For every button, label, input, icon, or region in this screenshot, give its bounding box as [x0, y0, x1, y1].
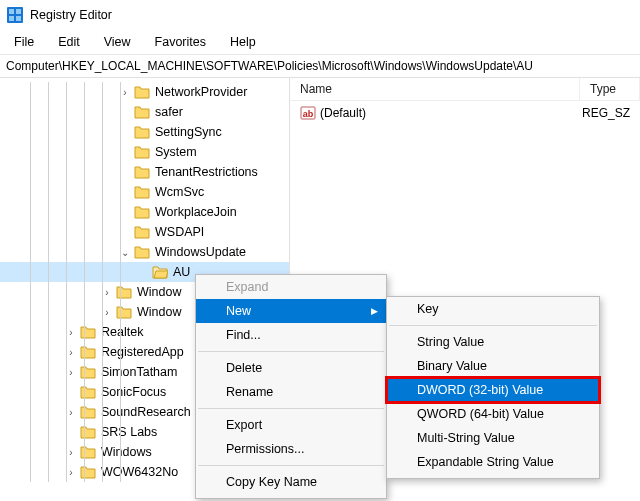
tree-guide-line: [120, 82, 121, 482]
tree-item-label: RegisteredApp: [101, 345, 184, 359]
tree-item[interactable]: ›NetworkProvider: [0, 82, 289, 102]
folder-icon: [152, 265, 168, 279]
svg-rect-4: [16, 16, 21, 21]
ctx-new[interactable]: New ▶: [196, 299, 386, 323]
ctx-new-label: New: [226, 304, 251, 318]
tree-item-label: Window: [137, 285, 181, 299]
tree-item[interactable]: ⌄WindowsUpdate: [0, 242, 289, 262]
tree-guide-line: [66, 82, 67, 482]
column-type[interactable]: Type: [580, 78, 640, 101]
tree-item[interactable]: WSDAPI: [0, 222, 289, 242]
folder-icon: [80, 465, 96, 479]
menu-file[interactable]: File: [4, 32, 44, 52]
ctx-new-expandstring[interactable]: Expandable String Value: [387, 450, 599, 474]
column-name[interactable]: Name: [290, 78, 580, 101]
separator: [198, 408, 384, 409]
window-title: Registry Editor: [30, 8, 112, 22]
tree-item[interactable]: SettingSync: [0, 122, 289, 142]
folder-icon: [80, 405, 96, 419]
separator: [198, 351, 384, 352]
tree-item-label: SRS Labs: [101, 425, 157, 439]
tree-item-label: SoundResearch: [101, 405, 191, 419]
folder-icon: [116, 305, 132, 319]
ctx-delete[interactable]: Delete: [196, 356, 386, 380]
menu-help[interactable]: Help: [220, 32, 266, 52]
folder-icon: [80, 325, 96, 339]
tree-item-label: System: [155, 145, 197, 159]
tree-item[interactable]: TenantRestrictions: [0, 162, 289, 182]
folder-icon: [134, 125, 150, 139]
ctx-rename[interactable]: Rename: [196, 380, 386, 404]
folder-icon: [80, 345, 96, 359]
tree-guide-line: [102, 82, 103, 482]
folder-icon: [134, 225, 150, 239]
context-menu: Expand New ▶ Find... Delete Rename Expor…: [195, 274, 387, 499]
menu-edit[interactable]: Edit: [48, 32, 90, 52]
tree-item[interactable]: safer: [0, 102, 289, 122]
folder-icon: [134, 145, 150, 159]
svg-rect-2: [16, 9, 21, 14]
folder-icon: [134, 185, 150, 199]
tree-item[interactable]: WorkplaceJoin: [0, 202, 289, 222]
svg-rect-3: [9, 16, 14, 21]
tree-item-label: SettingSync: [155, 125, 222, 139]
tree-item[interactable]: WcmSvc: [0, 182, 289, 202]
folder-icon: [80, 445, 96, 459]
ctx-export[interactable]: Export: [196, 413, 386, 437]
ctx-new-key[interactable]: Key: [387, 297, 599, 321]
folder-icon: [134, 105, 150, 119]
list-header: Name Type: [290, 78, 640, 101]
folder-icon: [80, 385, 96, 399]
tree-item-label: WindowsUpdate: [155, 245, 246, 259]
titlebar: Registry Editor: [0, 0, 640, 30]
tree-guide-line: [84, 82, 85, 482]
chevron-right-icon: ▶: [371, 306, 378, 316]
tree-item-label: Window: [137, 305, 181, 319]
tree-item-label: Realtek: [101, 325, 143, 339]
ctx-find[interactable]: Find...: [196, 323, 386, 347]
svg-rect-1: [9, 9, 14, 14]
tree-item-label: SonicFocus: [101, 385, 166, 399]
ctx-new-multistring[interactable]: Multi-String Value: [387, 426, 599, 450]
folder-icon: [134, 205, 150, 219]
ctx-copy-key-name[interactable]: Copy Key Name: [196, 470, 386, 494]
tree-item-label: safer: [155, 105, 183, 119]
tree-guide-line: [48, 82, 49, 482]
folder-icon: [80, 425, 96, 439]
value-name: (Default): [320, 106, 366, 120]
regedit-icon: [6, 6, 24, 24]
tree-item[interactable]: System: [0, 142, 289, 162]
tree-item-label: WSDAPI: [155, 225, 204, 239]
tree-item-label: WorkplaceJoin: [155, 205, 237, 219]
folder-icon: [80, 365, 96, 379]
tree-item-label: TenantRestrictions: [155, 165, 258, 179]
menu-favorites[interactable]: Favorites: [145, 32, 216, 52]
tree-guide-line: [30, 82, 31, 482]
folder-icon: [134, 245, 150, 259]
folder-icon: [116, 285, 132, 299]
svg-text:ab: ab: [303, 109, 314, 119]
tree-item-label: WOW6432No: [101, 465, 178, 479]
separator: [389, 325, 597, 326]
ctx-new-string[interactable]: String Value: [387, 330, 599, 354]
ctx-new-dword[interactable]: DWORD (32-bit) Value: [387, 378, 599, 402]
menu-view[interactable]: View: [94, 32, 141, 52]
ctx-new-binary[interactable]: Binary Value: [387, 354, 599, 378]
tree-item-label: SimonTatham: [101, 365, 177, 379]
ctx-new-qword[interactable]: QWORD (64-bit) Value: [387, 402, 599, 426]
context-submenu-new: Key String Value Binary Value DWORD (32-…: [386, 296, 600, 479]
tree-item-label: NetworkProvider: [155, 85, 247, 99]
separator: [198, 465, 384, 466]
address-bar[interactable]: Computer\HKEY_LOCAL_MACHINE\SOFTWARE\Pol…: [0, 55, 640, 78]
value-type: REG_SZ: [572, 104, 640, 122]
menubar: File Edit View Favorites Help: [0, 30, 640, 55]
folder-icon: [134, 85, 150, 99]
tree-item-label: WcmSvc: [155, 185, 204, 199]
ctx-permissions[interactable]: Permissions...: [196, 437, 386, 461]
tree-item-label: Windows: [101, 445, 152, 459]
reg-string-icon: ab: [300, 105, 316, 121]
folder-icon: [134, 165, 150, 179]
ctx-expand[interactable]: Expand: [196, 275, 386, 299]
tree-item-label: AU: [173, 265, 190, 279]
list-row[interactable]: ab (Default) REG_SZ: [290, 101, 640, 125]
